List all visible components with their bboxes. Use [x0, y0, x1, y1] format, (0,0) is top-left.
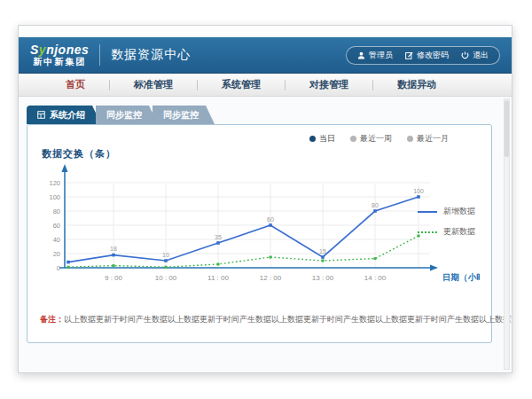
y-tick-label: 40: [53, 236, 60, 244]
legend-item-1[interactable]: 更新数据: [418, 226, 475, 238]
data-point-label: 35: [215, 234, 222, 240]
legend-swatch-icon: [418, 231, 437, 233]
period-selector: 当日最近一周最近一月: [40, 133, 449, 144]
chart-legend: 新增数据更新数据: [418, 206, 475, 238]
data-point: [374, 257, 377, 260]
footer-note: 备注：以上数据更新于时间产生数据以上数据更新于时间产生数据以上数据更新于时间产生…: [40, 314, 479, 325]
user-menu: 管理员修改密码退出: [346, 46, 500, 65]
data-point: [67, 266, 70, 269]
chart-svg: 0204060801001209 : 0010 : 0011 : 0012 : …: [43, 161, 480, 294]
user-menu-label: 修改密码: [417, 50, 449, 61]
chart-area: 数据交换（条） 0204060801001209 : 0010 : 0011 :…: [40, 147, 479, 303]
tab-bar: 系统介绍同步监控同步监控: [27, 106, 512, 124]
nav-item-2[interactable]: 系统管理: [198, 78, 285, 91]
legend-swatch-icon: [418, 211, 437, 213]
y-tick-label: 100: [49, 193, 60, 201]
y-axis-arrow-icon: [62, 164, 68, 172]
page-title: 数据资源中心: [111, 47, 191, 63]
user-menu-item-0[interactable]: 管理员: [357, 50, 393, 61]
logout-icon: [461, 51, 469, 59]
data-point: [216, 241, 220, 245]
legend-label: 更新数据: [443, 226, 475, 238]
x-tick-label: 12 : 00: [260, 274, 282, 282]
data-point: [321, 255, 325, 259]
data-point: [217, 263, 220, 266]
x-tick-label: 13 : 00: [312, 274, 334, 282]
logo: Synjones 新中新集团: [30, 43, 89, 66]
data-point: [165, 266, 168, 269]
x-tick-label: 14 : 00: [364, 274, 387, 282]
data-point: [269, 223, 272, 227]
tab-label: 同步监控: [106, 106, 142, 124]
period-option-0[interactable]: 当日: [309, 133, 335, 144]
logo-subtitle: 新中新集团: [33, 58, 86, 66]
app-window: Synjones 新中新集团 数据资源中心 管理员修改密码退出 首页标准管理系统…: [18, 25, 512, 373]
data-point: [66, 261, 70, 264]
x-tick-label: 11 : 00: [207, 274, 229, 282]
tab-0[interactable]: 系统介绍: [27, 106, 101, 124]
y-tick-label: 120: [49, 179, 60, 187]
nav-item-1[interactable]: 标准管理: [110, 78, 197, 91]
tab-1[interactable]: 同步监控: [96, 106, 158, 124]
legend-label: 新增数据: [443, 206, 475, 217]
data-point: [112, 254, 115, 257]
vertical-scrollbar[interactable]: [504, 98, 510, 370]
legend-item-0[interactable]: 新增数据: [418, 206, 475, 217]
data-point-label: 100: [413, 188, 424, 194]
data-point: [417, 195, 420, 199]
period-option-label: 最近一月: [417, 133, 449, 145]
x-tick-label: 10 : 00: [155, 274, 177, 282]
chart-panel: 当日最近一周最近一月 数据交换（条） 0204060801001209 : 00…: [27, 124, 492, 343]
user-menu-label: 管理员: [369, 50, 393, 61]
header-divider: [99, 44, 100, 66]
x-axis-title: 日期（小时）: [442, 272, 480, 283]
tab-grid-icon: [37, 111, 45, 119]
data-point-label: 80: [372, 202, 379, 208]
user-menu-item-1[interactable]: 修改密码: [405, 50, 449, 61]
nav-item-4[interactable]: 数据异动: [373, 78, 460, 91]
x-tick-label: 9 : 00: [105, 274, 123, 282]
logo-title: Synjones: [30, 43, 89, 56]
x-axis-arrow-icon: [430, 265, 438, 271]
period-option-label: 当日: [319, 133, 335, 145]
content-area: 系统介绍同步监控同步监控 当日最近一周最近一月 数据交换（条） 02040608…: [19, 97, 512, 372]
user-menu-item-2[interactable]: 退出: [461, 50, 489, 61]
data-point: [322, 260, 325, 262]
chart-y-axis-title: 数据交换（条）: [42, 147, 479, 160]
data-point: [164, 259, 168, 262]
tab-2[interactable]: 同步监控: [153, 106, 215, 124]
user-icon: [357, 51, 365, 59]
period-option-2[interactable]: 最近一月: [407, 133, 449, 144]
y-tick-label: 60: [53, 222, 60, 230]
data-point: [113, 264, 115, 267]
tab-label: 同步监控: [163, 106, 199, 124]
data-point-label: 10: [162, 252, 169, 258]
data-point-label: 15: [319, 248, 326, 254]
footer-note-text: 以上数据更新于时间产生数据以上数据更新于时间产生数据以上数据更新于时间产生数据以…: [64, 315, 512, 324]
footer-note-label: 备注：: [40, 315, 64, 324]
series-line-1: [68, 236, 419, 267]
radio-dot-icon: [350, 136, 356, 142]
series-line-0: [68, 197, 419, 262]
tab-label: 系统介绍: [50, 106, 85, 124]
y-tick-label: 80: [53, 207, 60, 215]
data-point: [373, 209, 377, 213]
data-point: [270, 256, 272, 259]
nav-item-0[interactable]: 首页: [42, 78, 109, 91]
period-option-1[interactable]: 最近一周: [350, 133, 392, 144]
main-nav: 首页标准管理系统管理对接管理数据异动: [19, 74, 512, 97]
edit-icon: [405, 51, 413, 59]
radio-dot-icon: [407, 136, 413, 142]
y-tick-label: 20: [53, 250, 60, 258]
data-point-label: 60: [267, 216, 274, 223]
header: Synjones 新中新集团 数据资源中心 管理员修改密码退出: [19, 37, 512, 74]
nav-item-3[interactable]: 对接管理: [286, 78, 372, 91]
radio-dot-icon: [309, 136, 316, 142]
window-top-strip: [19, 26, 512, 37]
user-menu-label: 退出: [473, 50, 489, 61]
data-point-label: 18: [110, 246, 117, 252]
period-option-label: 最近一周: [360, 133, 392, 145]
